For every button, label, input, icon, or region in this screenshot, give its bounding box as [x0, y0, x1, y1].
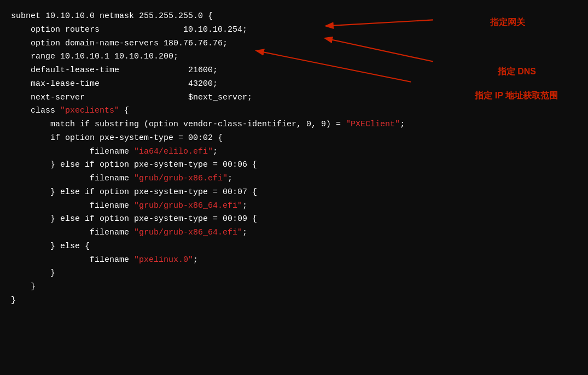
- code-line-8: class "pxeclients" {: [11, 104, 577, 118]
- code-line-9: match if substring (option vendor-class-…: [11, 118, 577, 132]
- code-line-3: option domain-name-servers 180.76.76.76;: [11, 37, 577, 51]
- code-line-4: range 10.10.10.1 10.10.10.200;: [11, 50, 577, 64]
- code-line-12: } else if option pxe-system-type = 00:06…: [11, 159, 577, 172]
- code-line-11: filename "ia64/elilo.efi";: [11, 145, 577, 159]
- code-line-14: } else if option pxe-system-type = 00:07…: [11, 186, 577, 200]
- annotation-gateway: 指定网关: [490, 15, 525, 30]
- code-line-5: default-lease-time 21600;: [11, 64, 577, 78]
- annotation-dns: 指定 DNS: [498, 65, 536, 79]
- code-line-19: filename "pxelinux.0";: [11, 254, 577, 267]
- code-line-18: } else {: [11, 240, 577, 254]
- code-line-10: if option pxe-system-type = 00:02 {: [11, 132, 577, 145]
- code-container: subnet 10.10.10.0 netmask 255.255.255.0 …: [0, 0, 588, 318]
- code-line-22: }: [11, 294, 577, 308]
- code-line-21: }: [11, 280, 577, 294]
- code-line-16: } else if option pxe-system-type = 00:09…: [11, 213, 577, 226]
- code-line-13: filename "grub/grub-x86.efi";: [11, 172, 577, 186]
- code-line-15: filename "grub/grub-x86_64.efi";: [11, 200, 577, 213]
- code-line-17: filename "grub/grub-x86_64.efi";: [11, 226, 577, 240]
- annotation-ip-range: 指定 IP 地址获取范围: [475, 89, 558, 103]
- code-line-20: }: [11, 267, 577, 280]
